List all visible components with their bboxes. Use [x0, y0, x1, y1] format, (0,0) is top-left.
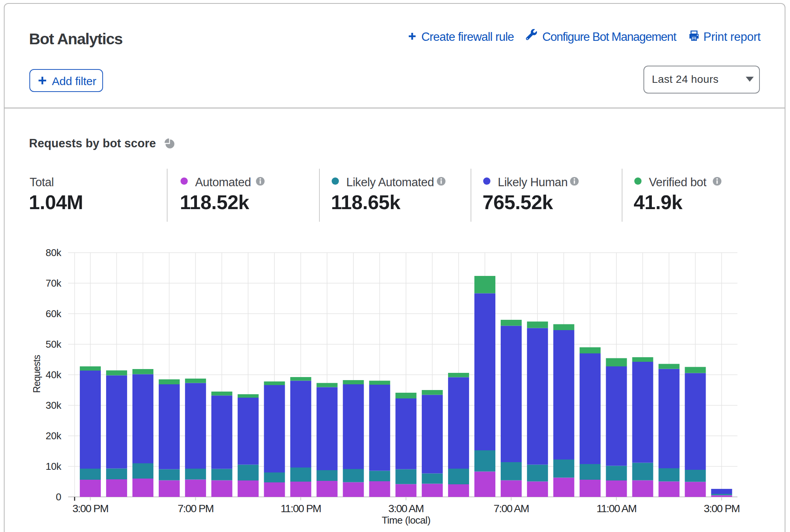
svg-text:Time (local): Time (local): [382, 514, 430, 526]
svg-text:80k: 80k: [45, 247, 61, 258]
svg-text:50k: 50k: [45, 339, 61, 350]
svg-text:70k: 70k: [45, 277, 61, 289]
svg-text:0: 0: [56, 491, 61, 503]
svg-text:30k: 30k: [45, 400, 61, 411]
svg-text:7:00 PM: 7:00 PM: [177, 503, 213, 514]
svg-text:3:00 PM: 3:00 PM: [704, 503, 740, 514]
svg-text:20k: 20k: [45, 430, 61, 442]
svg-text:Requests: Requests: [31, 355, 42, 393]
svg-text:11:00 AM: 11:00 AM: [597, 503, 636, 514]
svg-text:3:00 AM: 3:00 AM: [389, 503, 424, 514]
svg-text:7:00 AM: 7:00 AM: [493, 503, 529, 514]
svg-text:60k: 60k: [45, 308, 61, 319]
svg-text:11:00 PM: 11:00 PM: [281, 503, 321, 514]
svg-text:40k: 40k: [45, 369, 61, 380]
svg-text:10k: 10k: [45, 461, 61, 472]
svg-text:3:00 PM: 3:00 PM: [73, 503, 108, 514]
